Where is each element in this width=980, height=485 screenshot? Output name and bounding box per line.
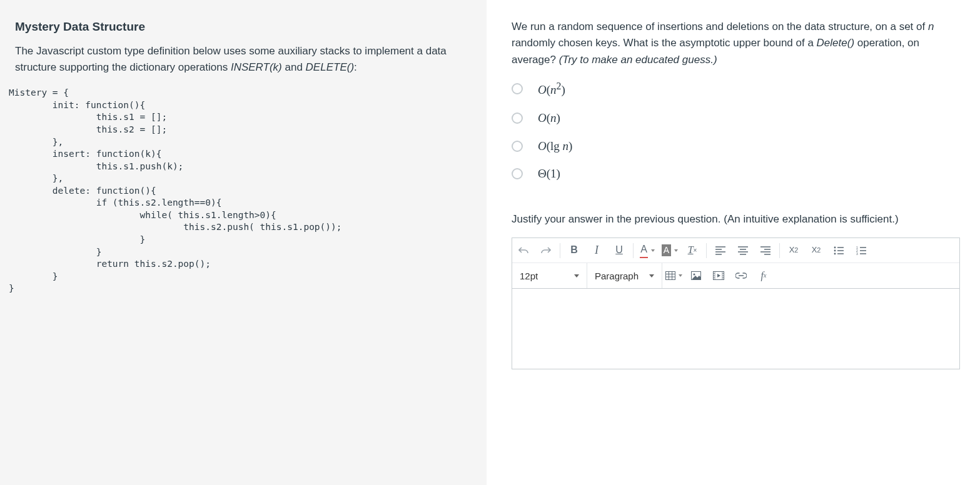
block-format-value: Paragraph <box>595 269 639 282</box>
problem-intro: The Javascript custom type definition be… <box>15 43 469 76</box>
option-label: O(n2) <box>538 79 565 99</box>
insert-media-button[interactable] <box>707 263 730 288</box>
redo-button[interactable] <box>535 238 557 263</box>
text-color-button[interactable]: A <box>636 238 659 263</box>
background-color-button[interactable]: A <box>659 238 681 263</box>
op-insert: INSERT(k) <box>231 61 282 73</box>
option-o-log-n[interactable]: O(lg n) <box>512 134 960 159</box>
option-label: Θ(1) <box>538 166 560 182</box>
align-center-button[interactable] <box>732 238 754 263</box>
option-label: O(lg n) <box>538 138 572 155</box>
block-format-select[interactable]: Paragraph <box>587 263 662 288</box>
toolbar-separator <box>633 243 634 258</box>
insert-link-button[interactable] <box>730 263 752 288</box>
superscript-button[interactable]: X2 <box>782 238 805 263</box>
chevron-down-icon <box>574 274 579 278</box>
editor-toolbar: B I U A A T× <box>512 238 960 288</box>
insert-image-button[interactable] <box>685 263 707 288</box>
option-theta-1[interactable]: Θ(1) <box>512 162 960 186</box>
problem-title: Mystery Data Structure <box>15 19 469 36</box>
question-essay: Justify your answer in the previous ques… <box>512 211 960 369</box>
svg-point-0 <box>834 246 836 248</box>
answer-panel: We run a random sequence of insertions a… <box>487 0 980 485</box>
font-size-value: 12pt <box>520 269 538 282</box>
numbered-list-button[interactable]: 123 <box>850 238 872 263</box>
underline-button[interactable]: U <box>608 238 630 263</box>
code-block: Mistery = { init: function(){ this.s1 = … <box>9 87 469 295</box>
problem-panel: Mystery Data Structure The Javascript cu… <box>0 0 487 485</box>
svg-point-8 <box>694 274 695 276</box>
chevron-down-icon <box>649 274 654 278</box>
svg-rect-6 <box>665 272 675 280</box>
editor-body[interactable] <box>512 288 960 369</box>
italic-button[interactable]: I <box>585 238 608 263</box>
table-button[interactable] <box>662 263 685 288</box>
svg-point-1 <box>834 249 836 251</box>
svg-text:3: 3 <box>856 252 858 255</box>
bold-button[interactable]: B <box>563 238 585 263</box>
question-text: Justify your answer in the previous ques… <box>512 211 960 228</box>
font-size-select[interactable]: 12pt <box>512 263 587 288</box>
option-o-n-squared[interactable]: O(n2) <box>512 76 960 102</box>
radio-icon <box>512 168 523 179</box>
bullet-list-button[interactable] <box>827 238 850 263</box>
rich-text-editor: B I U A A T× <box>512 238 960 369</box>
radio-icon <box>512 141 523 152</box>
question-text: We run a random sequence of insertions a… <box>512 19 960 68</box>
undo-button[interactable] <box>512 238 535 263</box>
toolbar-separator <box>560 243 560 258</box>
clear-formatting-button[interactable]: T× <box>681 238 704 263</box>
options-list: O(n2) O(n) O(lg n) Θ(1) <box>512 76 960 186</box>
option-o-n[interactable]: O(n) <box>512 106 960 131</box>
radio-icon <box>512 83 523 94</box>
option-label: O(n) <box>538 110 560 127</box>
toolbar-separator <box>779 243 780 258</box>
svg-point-2 <box>834 252 836 254</box>
toolbar-row-2: 12pt Paragraph <box>512 263 959 288</box>
question-multiple-choice: We run a random sequence of insertions a… <box>512 19 960 186</box>
align-left-button[interactable] <box>709 238 732 263</box>
toolbar-row-1: B I U A A T× <box>512 238 959 263</box>
subscript-button[interactable]: X2 <box>805 238 827 263</box>
align-right-button[interactable] <box>754 238 777 263</box>
radio-icon <box>512 112 523 124</box>
op-delete: DELETE() <box>306 61 354 73</box>
toolbar-separator <box>706 243 707 258</box>
equation-button[interactable]: fx <box>752 263 775 288</box>
